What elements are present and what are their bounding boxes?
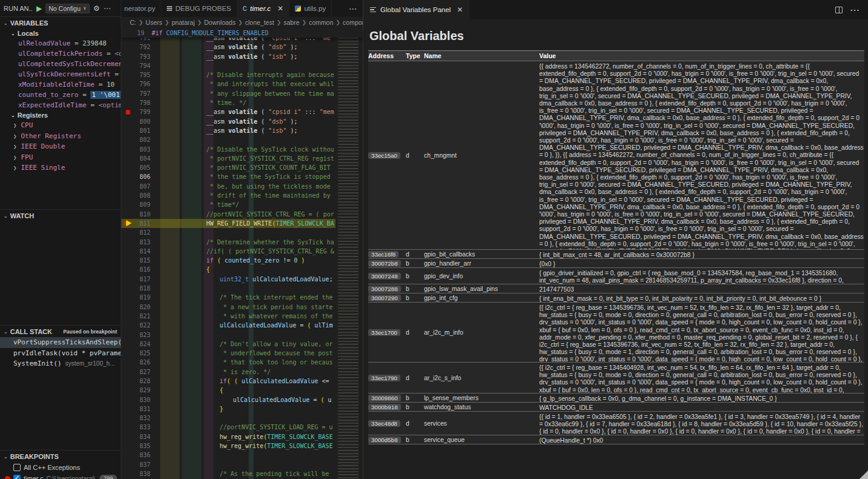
register-group[interactable]: ❯IEEE Single: [0, 162, 121, 173]
variable-row[interactable]: ulCompleteTickPeriods = <opt...: [0, 49, 121, 59]
breadcrumb-item[interactable]: common: [309, 19, 333, 26]
gutter[interactable]: 832: [121, 414, 159, 423]
gutter[interactable]: 827: [121, 367, 159, 377]
variables-header[interactable]: ⌄ VARIABLES: [0, 16, 121, 28]
address-badge[interactable]: 300072b8: [368, 260, 401, 267]
address-badge[interactable]: 33ec16f8: [368, 251, 399, 258]
tab-utils-py[interactable]: utils.py: [289, 0, 332, 17]
breakpoints-header[interactable]: ⌄ BREAKPOINTS: [0, 450, 121, 462]
gutter[interactable]: 812: [121, 228, 159, 237]
breadcrumb-item[interactable]: components: [343, 19, 363, 26]
gutter[interactable]: 804: [121, 154, 159, 163]
stack-frame[interactable]: SystemInit()system_sr100_h...: [0, 358, 121, 369]
gutter[interactable]: 836: [121, 451, 159, 460]
register-group[interactable]: ❯CPU: [0, 120, 121, 131]
gutter[interactable]: 798: [121, 98, 159, 107]
variable-row[interactable]: counted_to_zero = 1 '\001': [0, 90, 121, 100]
editor-more-actions[interactable]: ⋯: [343, 0, 363, 17]
gutter[interactable]: 831: [121, 404, 159, 414]
more-actions-icon[interactable]: ⋯: [103, 5, 110, 12]
variable-row[interactable]: ulCompletedSysTickDecrements: [0, 59, 121, 69]
address-badge[interactable]: 33ec15a0: [368, 152, 400, 159]
gutter[interactable]: 808: [121, 191, 159, 200]
gutter[interactable]: 833: [121, 423, 159, 432]
gutter[interactable]: 791: [121, 38, 159, 42]
locals-group[interactable]: ⌄ Locals: [0, 28, 121, 38]
breadcrumb-item[interactable]: Users: [146, 19, 162, 26]
address-badge[interactable]: 33ec48d8: [368, 420, 400, 427]
gutter[interactable]: 802: [121, 135, 159, 144]
variable-row[interactable]: ulReloadValue = 239848: [0, 38, 121, 49]
breadcrumb-item[interactable]: sabre: [283, 19, 299, 26]
breakpoint-checkbox[interactable]: [13, 464, 21, 471]
register-group[interactable]: ❯FPU: [0, 152, 121, 163]
breadcrumb-item[interactable]: clone_test: [245, 19, 274, 26]
stack-frame[interactable]: vPortSuppressTicksAndSleep(uint: [0, 337, 121, 348]
gutter[interactable]: 828: [121, 377, 159, 386]
address-badge[interactable]: 3000b918: [368, 404, 401, 410]
gutter[interactable]: 809: [121, 200, 159, 209]
breakpoint-row[interactable]: timer.cC:\Users\pnataraj\...799: [0, 473, 121, 479]
gutter[interactable]: 822: [121, 321, 159, 330]
address-badge[interactable]: 33ec1790: [368, 375, 400, 381]
tab-timer-c[interactable]: Ctimer.c✕: [237, 0, 289, 17]
gutter[interactable]: 806: [121, 172, 159, 181]
gutter[interactable]: 817: [121, 275, 159, 284]
address-badge[interactable]: 33ec1700: [368, 329, 400, 336]
gutter[interactable]: 813: [121, 238, 159, 247]
gutter[interactable]: 807: [121, 182, 159, 191]
tab-debug-probes[interactable]: DEBUG PROBES: [161, 0, 237, 17]
start-debug-icon[interactable]: ▶: [36, 5, 42, 12]
split-editor-icon[interactable]: [835, 7, 843, 13]
close-icon[interactable]: ✕: [457, 5, 463, 14]
sticky-scroll-line[interactable]: 19 #if CONFIG_MODULE_TIMERS_ENABLED: [121, 28, 363, 38]
gutter[interactable]: 814: [121, 247, 159, 256]
debug-config-dropdown[interactable]: No Configu ∨: [45, 4, 89, 13]
stack-frame[interactable]: prvIdleTask(void * pvParameters: [0, 348, 121, 359]
gutter[interactable]: 799: [121, 107, 159, 116]
call-stack-header[interactable]: ⌄ CALL STACK Paused on breakpoint: [0, 325, 121, 337]
tab-nerator-py[interactable]: nerator.py: [121, 0, 161, 17]
tab-global-variables-panel[interactable]: Global Variables Panel ✕: [363, 0, 469, 19]
variable-row[interactable]: xModifiableIdleTime = 10: [0, 79, 121, 90]
gutter[interactable]: 826: [121, 358, 159, 367]
breakpoint-row[interactable]: All C++ Exceptions: [0, 462, 121, 473]
gutter[interactable]: 834: [121, 432, 159, 441]
gutter[interactable]: 793: [121, 52, 159, 61]
registers-group[interactable]: ⌄ Registers: [0, 110, 121, 120]
gutter[interactable]: 801: [121, 126, 159, 135]
breakpoint-checkbox[interactable]: [13, 475, 21, 479]
gutter[interactable]: 797: [121, 89, 159, 98]
gear-icon[interactable]: ⚙: [93, 5, 100, 12]
gutter[interactable]: 803: [121, 145, 159, 154]
gutter[interactable]: 795: [121, 70, 159, 79]
gutter[interactable]: 805: [121, 163, 159, 172]
breadcrumb-item[interactable]: Downloads: [204, 19, 236, 26]
more-actions-icon[interactable]: ⋯: [850, 4, 860, 16]
gutter[interactable]: 824: [121, 340, 159, 349]
breadcrumb-item[interactable]: C:: [130, 19, 136, 26]
address-badge[interactable]: 30007288: [368, 286, 401, 292]
breadcrumb[interactable]: C:❯Users❯pnataraj❯Downloads❯clone_test❯s…: [121, 17, 363, 28]
address-badge[interactable]: 30009860: [368, 395, 401, 401]
register-group[interactable]: ❯Other Registers: [0, 131, 121, 142]
gutter[interactable]: 821: [121, 312, 159, 321]
gutter[interactable]: 820: [121, 303, 159, 312]
gutter[interactable]: 837: [121, 460, 159, 469]
gutter[interactable]: 823: [121, 330, 159, 340]
address-badge[interactable]: 30007248: [368, 273, 401, 280]
close-icon[interactable]: ✕: [277, 4, 283, 13]
gutter[interactable]: 816: [121, 265, 159, 274]
gutter[interactable]: 800: [121, 117, 159, 126]
register-group[interactable]: ❯IEEE Double: [0, 141, 121, 152]
gutter[interactable]: 825: [121, 349, 159, 358]
gutter[interactable]: 829: [121, 386, 159, 395]
gutter[interactable]: 792: [121, 42, 159, 52]
address-badge[interactable]: 3000d5b8: [368, 437, 401, 443]
gutter[interactable]: 838: [121, 469, 159, 478]
gutter[interactable]: 835: [121, 441, 159, 451]
gutter[interactable]: 818: [121, 284, 159, 293]
watch-header[interactable]: ⌄ WATCH: [0, 209, 121, 221]
code-area[interactable]: 791__asm volatile ( "cpsid i" ::: "me792…: [121, 38, 335, 479]
gutter[interactable]: 830: [121, 395, 159, 404]
